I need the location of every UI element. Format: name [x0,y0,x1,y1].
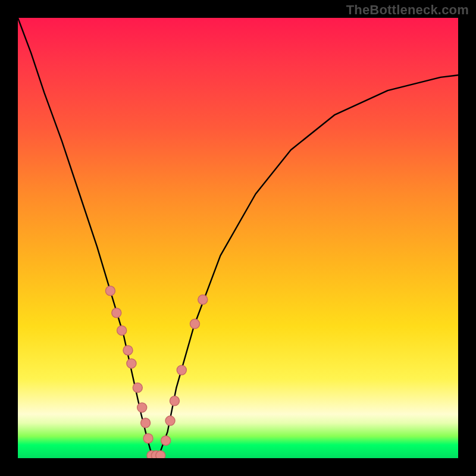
data-marker [161,436,171,445]
chart-frame: TheBottleneck.com [0,0,476,476]
data-marker [190,319,199,328]
data-marker [198,295,208,305]
data-marker [112,308,121,318]
data-marker [143,434,153,443]
data-marker [127,359,136,368]
data-marker [133,383,142,393]
bottleneck-curve [18,18,458,456]
data-marker [165,416,175,425]
plot-area [18,18,458,458]
data-marker [156,451,165,458]
watermark-text: TheBottleneck.com [346,2,469,18]
data-marker [123,346,133,355]
data-marker [170,396,179,406]
data-marker [141,418,151,428]
data-marker [105,286,115,296]
chart-svg [18,18,458,458]
data-marker [177,365,186,375]
data-marker [117,325,127,335]
data-marker [137,403,147,412]
